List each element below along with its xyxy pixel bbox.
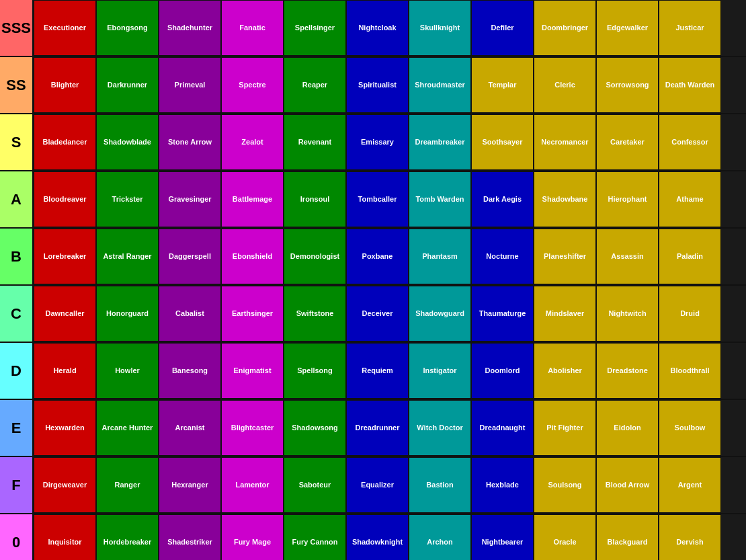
tier-item-swiftstone[interactable]: Swiftstone [284, 286, 346, 342]
tier-item-sorrowsong[interactable]: Sorrowsong [596, 57, 659, 113]
tier-item-spectre[interactable]: Spectre [221, 57, 284, 113]
tier-item-fury-mage[interactable]: Fury Mage [221, 514, 284, 560]
tier-item-dreadrunner[interactable]: Dreadrunner [346, 400, 409, 456]
tier-item-fury-cannon[interactable]: Fury Cannon [284, 514, 346, 560]
tier-item-hexranger[interactable]: Hexranger [159, 457, 221, 513]
tier-item-dawncaller[interactable]: Dawncaller [34, 286, 96, 342]
tier-item-cleric[interactable]: Cleric [534, 57, 596, 113]
tier-item-planeshifter[interactable]: Planeshifter [534, 229, 596, 284]
tier-item-death-warden[interactable]: Death Warden [659, 57, 721, 113]
tier-item-darkrunner[interactable]: Darkrunner [96, 57, 159, 113]
tier-item-revenant[interactable]: Revenant [284, 114, 346, 170]
tier-item-earthsinger[interactable]: Earthsinger [221, 286, 284, 342]
tier-item-zealot[interactable]: Zealot [221, 114, 284, 170]
tier-item-tombcaller[interactable]: Tombcaller [346, 171, 409, 227]
tier-item-shadehunter[interactable]: Shadehunter [159, 0, 221, 56]
tier-item-nightbearer[interactable]: Nightbearer [471, 514, 534, 560]
tier-item-bloodthrall[interactable]: Bloodthrall [659, 343, 721, 399]
tier-item-dreadnaught[interactable]: Dreadnaught [471, 400, 534, 456]
tier-item-hierophant[interactable]: Hierophant [596, 171, 659, 227]
tier-item-caretaker[interactable]: Caretaker [596, 114, 659, 170]
tier-item-ranger[interactable]: Ranger [96, 457, 159, 513]
tier-item-argent[interactable]: Argent [659, 457, 721, 513]
tier-item-bloodreaver[interactable]: Bloodreaver [34, 171, 96, 227]
tier-item-athame[interactable]: Athame [659, 171, 721, 227]
tier-item-bastion[interactable]: Bastion [409, 457, 471, 513]
tier-item-ebongsong[interactable]: Ebongsong [96, 0, 159, 56]
tier-item-soothsayer[interactable]: Soothsayer [471, 114, 534, 170]
tier-item-lorebreaker[interactable]: Lorebreaker [34, 229, 96, 284]
tier-item-edgewalker[interactable]: Edgewalker [596, 0, 659, 56]
tier-item-hexblade[interactable]: Hexblade [471, 457, 534, 513]
tier-item-spiritualist[interactable]: Spiritualist [346, 57, 409, 113]
tier-item-spellsong[interactable]: Spellsong [284, 343, 346, 399]
tier-item-dreadstone[interactable]: Dreadstone [596, 343, 659, 399]
tier-item-gravesinger[interactable]: Gravesinger [159, 171, 221, 227]
tier-item-nightwitch[interactable]: Nightwitch [596, 286, 659, 342]
tier-item-howler[interactable]: Howler [96, 343, 159, 399]
tier-item-spellsinger[interactable]: Spellsinger [284, 0, 346, 56]
tier-item-doombringer[interactable]: Doombringer [534, 0, 596, 56]
tier-item-honorguard[interactable]: Honorguard [96, 286, 159, 342]
tier-item-nocturne[interactable]: Nocturne [471, 229, 534, 284]
tier-item-ironsoul[interactable]: Ironsoul [284, 171, 346, 227]
tier-item-skullknight[interactable]: Skullknight [409, 0, 471, 56]
tier-item-deceiver[interactable]: Deceiver [346, 286, 409, 342]
tier-item-herald[interactable]: Herald [34, 343, 96, 399]
tier-item-demonologist[interactable]: Demonologist [284, 229, 346, 284]
tier-item-archon[interactable]: Archon [409, 514, 471, 560]
tier-item-cabalist[interactable]: Cabalist [159, 286, 221, 342]
tier-item-arcane-hunter[interactable]: Arcane Hunter [96, 400, 159, 456]
tier-item-primeval[interactable]: Primeval [159, 57, 221, 113]
tier-item-daggerspell[interactable]: Daggerspell [159, 229, 221, 284]
tier-item-battlemage[interactable]: Battlemage [221, 171, 284, 227]
tier-item-defiler[interactable]: Defiler [471, 0, 534, 56]
tier-item-inquisitor[interactable]: Inquisitor [34, 514, 96, 560]
tier-item-doomlord[interactable]: Doomlord [471, 343, 534, 399]
tier-item-blightcaster[interactable]: Blightcaster [221, 400, 284, 456]
tier-item-templar[interactable]: Templar [471, 57, 534, 113]
tier-item-tomb-warden[interactable]: Tomb Warden [409, 171, 471, 227]
tier-item-executioner[interactable]: Executioner [34, 0, 96, 56]
tier-item-fanatic[interactable]: Fanatic [221, 0, 284, 56]
tier-item-confessor[interactable]: Confessor [659, 114, 721, 170]
tier-item-shadowbane[interactable]: Shadowbane [534, 171, 596, 227]
tier-item-oracle[interactable]: Oracle [534, 514, 596, 560]
tier-item-bladedancer[interactable]: Bladedancer [34, 114, 96, 170]
tier-item-abolisher[interactable]: Abolisher [534, 343, 596, 399]
tier-item-saboteur[interactable]: Saboteur [284, 457, 346, 513]
tier-item-blood-arrow[interactable]: Blood Arrow [596, 457, 659, 513]
tier-item-shadestriker[interactable]: Shadestriker [159, 514, 221, 560]
tier-item-reaper[interactable]: Reaper [284, 57, 346, 113]
tier-item-dark-aegis[interactable]: Dark Aegis [471, 171, 534, 227]
tier-item-stone-arrow[interactable]: Stone Arrow [159, 114, 221, 170]
tier-item-blackguard[interactable]: Blackguard [596, 514, 659, 560]
tier-item-soulbow[interactable]: Soulbow [659, 400, 721, 456]
tier-item-druid[interactable]: Druid [659, 286, 721, 342]
tier-item-necromancer[interactable]: Necromancer [534, 114, 596, 170]
tier-item-equalizer[interactable]: Equalizer [346, 457, 409, 513]
tier-item-dervish[interactable]: Dervish [659, 514, 721, 560]
tier-item-nightcloak[interactable]: Nightcloak [346, 0, 409, 56]
tier-item-hexwarden[interactable]: Hexwarden [34, 400, 96, 456]
tier-item-mindslaver[interactable]: Mindslaver [534, 286, 596, 342]
tier-item-instigator[interactable]: Instigator [409, 343, 471, 399]
tier-item-dreambreaker[interactable]: Dreambreaker [409, 114, 471, 170]
tier-item-banesong[interactable]: Banesong [159, 343, 221, 399]
tier-item-assassin[interactable]: Assassin [596, 229, 659, 284]
tier-item-shadowknight[interactable]: Shadowknight [346, 514, 409, 560]
tier-item-justicar[interactable]: Justicar [659, 0, 721, 56]
tier-item-arcanist[interactable]: Arcanist [159, 400, 221, 456]
tier-item-poxbane[interactable]: Poxbane [346, 229, 409, 284]
tier-item-trickster[interactable]: Trickster [96, 171, 159, 227]
tier-item-phantasm[interactable]: Phantasm [409, 229, 471, 284]
tier-item-emissary[interactable]: Emissary [346, 114, 409, 170]
tier-item-shadowguard[interactable]: Shadowguard [409, 286, 471, 342]
tier-item-soulsong[interactable]: Soulsong [534, 457, 596, 513]
tier-item-lamentor[interactable]: Lamentor [221, 457, 284, 513]
tier-item-blighter[interactable]: Blighter [34, 57, 96, 113]
tier-item-enigmatist[interactable]: Enigmatist [221, 343, 284, 399]
tier-item-pit-fighter[interactable]: Pit Fighter [534, 400, 596, 456]
tier-item-dirgeweaver[interactable]: Dirgeweaver [34, 457, 96, 513]
tier-item-witch-doctor[interactable]: Witch Doctor [409, 400, 471, 456]
